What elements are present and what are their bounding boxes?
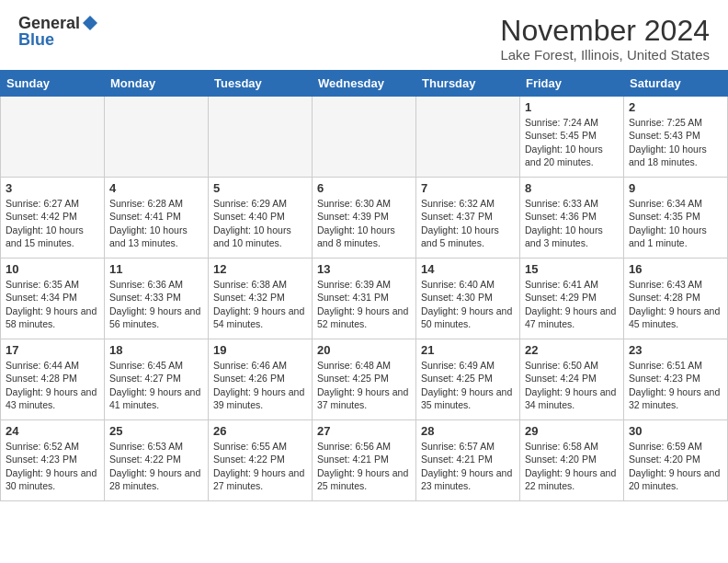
- calendar-cell: 23Sunrise: 6:51 AM Sunset: 4:23 PM Dayli…: [624, 339, 728, 420]
- page-header: General Blue November 2024 Lake Forest, …: [0, 0, 728, 70]
- day-info: Sunrise: 6:49 AM Sunset: 4:25 PM Dayligh…: [421, 359, 515, 411]
- calendar-cell: 8Sunrise: 6:33 AM Sunset: 4:36 PM Daylig…: [520, 178, 624, 259]
- day-number: 4: [109, 181, 203, 195]
- calendar-cell: 5Sunrise: 6:29 AM Sunset: 4:40 PM Daylig…: [209, 178, 313, 259]
- calendar-cell: [416, 97, 520, 178]
- day-info: Sunrise: 6:44 AM Sunset: 4:28 PM Dayligh…: [6, 359, 99, 411]
- day-number: 13: [317, 262, 411, 276]
- calendar-cell: 30Sunrise: 6:59 AM Sunset: 4:20 PM Dayli…: [624, 420, 728, 501]
- calendar-cell: 20Sunrise: 6:48 AM Sunset: 4:25 PM Dayli…: [313, 339, 416, 420]
- day-number: 18: [109, 343, 203, 357]
- week-row-1: 1Sunrise: 7:24 AM Sunset: 5:45 PM Daylig…: [1, 97, 728, 178]
- calendar-cell: 6Sunrise: 6:30 AM Sunset: 4:39 PM Daylig…: [313, 178, 416, 259]
- day-number: 25: [109, 424, 203, 438]
- calendar-cell: 2Sunrise: 7:25 AM Sunset: 5:43 PM Daylig…: [624, 97, 728, 178]
- calendar-cell: 11Sunrise: 6:36 AM Sunset: 4:33 PM Dayli…: [105, 259, 209, 339]
- day-info: Sunrise: 6:48 AM Sunset: 4:25 PM Dayligh…: [317, 359, 411, 411]
- calendar-cell: 12Sunrise: 6:38 AM Sunset: 4:32 PM Dayli…: [209, 259, 313, 339]
- calendar-cell: 24Sunrise: 6:52 AM Sunset: 4:23 PM Dayli…: [1, 420, 105, 501]
- day-number: 20: [317, 343, 411, 357]
- calendar-cell: 18Sunrise: 6:45 AM Sunset: 4:27 PM Dayli…: [105, 339, 209, 420]
- calendar-cell: 28Sunrise: 6:57 AM Sunset: 4:21 PM Dayli…: [416, 420, 520, 501]
- calendar-cell: 3Sunrise: 6:27 AM Sunset: 4:42 PM Daylig…: [1, 178, 105, 259]
- calendar-cell: 29Sunrise: 6:58 AM Sunset: 4:20 PM Dayli…: [520, 420, 624, 501]
- col-header-monday: Monday: [105, 71, 209, 97]
- day-info: Sunrise: 6:27 AM Sunset: 4:42 PM Dayligh…: [6, 197, 99, 249]
- day-number: 17: [6, 343, 99, 357]
- day-number: 24: [6, 424, 99, 438]
- day-info: Sunrise: 6:30 AM Sunset: 4:39 PM Dayligh…: [317, 197, 411, 249]
- calendar-cell: 7Sunrise: 6:32 AM Sunset: 4:37 PM Daylig…: [416, 178, 520, 259]
- day-number: 11: [109, 262, 203, 276]
- day-info: Sunrise: 6:28 AM Sunset: 4:41 PM Dayligh…: [109, 197, 203, 249]
- calendar-cell: 22Sunrise: 6:50 AM Sunset: 4:24 PM Dayli…: [520, 339, 624, 420]
- week-row-5: 24Sunrise: 6:52 AM Sunset: 4:23 PM Dayli…: [1, 420, 728, 501]
- week-row-2: 3Sunrise: 6:27 AM Sunset: 4:42 PM Daylig…: [1, 178, 728, 259]
- day-number: 19: [213, 343, 307, 357]
- day-info: Sunrise: 6:43 AM Sunset: 4:28 PM Dayligh…: [629, 278, 722, 330]
- day-number: 8: [525, 181, 619, 195]
- day-number: 10: [6, 262, 99, 276]
- calendar-cell: 21Sunrise: 6:49 AM Sunset: 4:25 PM Dayli…: [416, 339, 520, 420]
- day-info: Sunrise: 6:50 AM Sunset: 4:24 PM Dayligh…: [525, 359, 619, 411]
- calendar-cell: [1, 97, 105, 178]
- calendar-table: SundayMondayTuesdayWednesdayThursdayFrid…: [0, 70, 728, 501]
- calendar-cell: [209, 97, 313, 178]
- day-info: Sunrise: 6:33 AM Sunset: 4:36 PM Dayligh…: [525, 197, 619, 249]
- day-number: 22: [525, 343, 619, 357]
- calendar-cell: 14Sunrise: 6:40 AM Sunset: 4:30 PM Dayli…: [416, 259, 520, 339]
- col-header-wednesday: Wednesday: [313, 71, 416, 97]
- calendar-title-block: November 2024 Lake Forest, Illinois, Uni…: [500, 15, 710, 63]
- col-header-tuesday: Tuesday: [209, 71, 313, 97]
- calendar-title: November 2024: [500, 15, 710, 47]
- day-number: 5: [213, 181, 307, 195]
- day-info: Sunrise: 6:41 AM Sunset: 4:29 PM Dayligh…: [525, 278, 619, 330]
- day-number: 2: [629, 100, 722, 114]
- day-number: 6: [317, 181, 411, 195]
- day-number: 1: [525, 100, 619, 114]
- day-info: Sunrise: 7:25 AM Sunset: 5:43 PM Dayligh…: [629, 116, 722, 168]
- calendar-cell: 19Sunrise: 6:46 AM Sunset: 4:26 PM Dayli…: [209, 339, 313, 420]
- day-number: 12: [213, 262, 307, 276]
- calendar-cell: 25Sunrise: 6:53 AM Sunset: 4:22 PM Dayli…: [105, 420, 209, 501]
- col-header-thursday: Thursday: [416, 71, 520, 97]
- calendar-cell: 1Sunrise: 7:24 AM Sunset: 5:45 PM Daylig…: [520, 97, 624, 178]
- day-info: Sunrise: 6:53 AM Sunset: 4:22 PM Dayligh…: [109, 440, 203, 492]
- day-info: Sunrise: 6:40 AM Sunset: 4:30 PM Dayligh…: [421, 278, 515, 330]
- logo-blue-text: Blue: [18, 31, 54, 48]
- svg-marker-0: [83, 16, 97, 30]
- calendar-cell: [313, 97, 416, 178]
- day-number: 16: [629, 262, 722, 276]
- day-info: Sunrise: 7:24 AM Sunset: 5:45 PM Dayligh…: [525, 116, 619, 168]
- calendar-cell: 15Sunrise: 6:41 AM Sunset: 4:29 PM Dayli…: [520, 259, 624, 339]
- day-info: Sunrise: 6:34 AM Sunset: 4:35 PM Dayligh…: [629, 197, 722, 249]
- day-info: Sunrise: 6:57 AM Sunset: 4:21 PM Dayligh…: [421, 440, 515, 492]
- calendar-cell: 13Sunrise: 6:39 AM Sunset: 4:31 PM Dayli…: [313, 259, 416, 339]
- day-number: 14: [421, 262, 515, 276]
- logo-general-text: General: [18, 15, 80, 31]
- day-info: Sunrise: 6:45 AM Sunset: 4:27 PM Dayligh…: [109, 359, 203, 411]
- day-info: Sunrise: 6:51 AM Sunset: 4:23 PM Dayligh…: [629, 359, 722, 411]
- day-info: Sunrise: 6:38 AM Sunset: 4:32 PM Dayligh…: [213, 278, 307, 330]
- day-number: 21: [421, 343, 515, 357]
- day-info: Sunrise: 6:55 AM Sunset: 4:22 PM Dayligh…: [213, 440, 307, 492]
- week-row-4: 17Sunrise: 6:44 AM Sunset: 4:28 PM Dayli…: [1, 339, 728, 420]
- day-info: Sunrise: 6:29 AM Sunset: 4:40 PM Dayligh…: [213, 197, 307, 249]
- week-row-3: 10Sunrise: 6:35 AM Sunset: 4:34 PM Dayli…: [1, 259, 728, 339]
- calendar-cell: 26Sunrise: 6:55 AM Sunset: 4:22 PM Dayli…: [209, 420, 313, 501]
- calendar-cell: 9Sunrise: 6:34 AM Sunset: 4:35 PM Daylig…: [624, 178, 728, 259]
- logo: General Blue: [18, 15, 98, 48]
- day-number: 28: [421, 424, 515, 438]
- calendar-cell: 4Sunrise: 6:28 AM Sunset: 4:41 PM Daylig…: [105, 178, 209, 259]
- day-info: Sunrise: 6:59 AM Sunset: 4:20 PM Dayligh…: [629, 440, 722, 492]
- day-number: 9: [629, 181, 722, 195]
- day-number: 27: [317, 424, 411, 438]
- day-info: Sunrise: 6:52 AM Sunset: 4:23 PM Dayligh…: [6, 440, 99, 492]
- col-header-saturday: Saturday: [624, 71, 728, 97]
- day-info: Sunrise: 6:58 AM Sunset: 4:20 PM Dayligh…: [525, 440, 619, 492]
- calendar-cell: 16Sunrise: 6:43 AM Sunset: 4:28 PM Dayli…: [624, 259, 728, 339]
- day-number: 26: [213, 424, 307, 438]
- calendar-cell: 10Sunrise: 6:35 AM Sunset: 4:34 PM Dayli…: [1, 259, 105, 339]
- calendar-cell: [105, 97, 209, 178]
- col-header-sunday: Sunday: [1, 71, 105, 97]
